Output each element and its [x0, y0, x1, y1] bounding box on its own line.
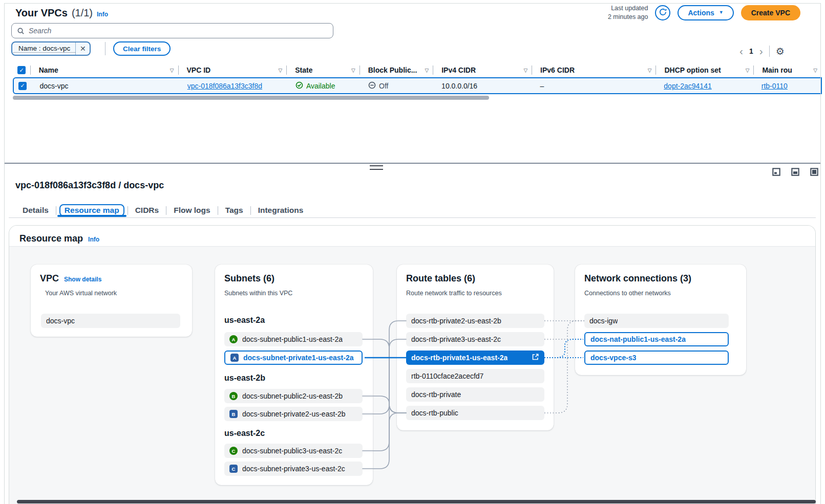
sort-icon[interactable]: ▽ [425, 68, 429, 73]
network-connection-label: docs-nat-public1-us-east-2a [590, 335, 686, 343]
tab-cidrs[interactable]: CIDRs [128, 205, 166, 216]
tab-flow-logs[interactable]: Flow logs [166, 205, 217, 216]
state-text: Available [306, 82, 335, 90]
subnets-card-subtitle: Subnets within this VPC [224, 290, 292, 297]
tab-tags[interactable]: Tags [218, 205, 250, 216]
next-page-button[interactable]: › [759, 46, 763, 56]
network-connection-item[interactable]: docs-igw [584, 314, 729, 328]
route-table-item[interactable]: docs-rtb-public [406, 406, 544, 420]
column-header-label: DHCP option set [656, 66, 721, 74]
resource-map-header [9, 226, 815, 247]
active-tab-underline [57, 215, 126, 217]
clear-filters-label: Clear filters [123, 45, 161, 53]
cell-ipv6-cidr: – [532, 78, 656, 93]
column-header-name[interactable]: Name▽ [31, 62, 179, 78]
subnet-item-label: docs-subnet-public2-us-east-2b [242, 392, 343, 400]
sort-icon[interactable]: ▽ [351, 68, 355, 73]
subnet-item[interactable]: Cdocs-subnet-public3-us-east-2c [224, 444, 363, 458]
refresh-button[interactable] [655, 5, 670, 20]
sort-icon[interactable]: ▽ [279, 68, 283, 73]
column-header-state[interactable]: State▽ [287, 62, 359, 78]
sort-icon[interactable]: ▽ [813, 68, 817, 73]
vpc-id-wrap: vpc-018f086a13f3c3f8d [179, 82, 262, 90]
actions-button[interactable]: Actions ▼ [678, 5, 733, 20]
network-connection-item[interactable]: docs-vpce-s3 [584, 350, 729, 365]
block-public-text: Off [379, 82, 388, 90]
caret-down-icon: ▼ [719, 10, 724, 15]
route-table-item[interactable]: rtb-0110cface2acecfd7 [406, 369, 544, 383]
network-connection-label: docs-vpce-s3 [590, 354, 636, 362]
panel-bottom-half-icon[interactable] [791, 168, 799, 176]
split-panel-drag-handle[interactable] [370, 165, 383, 170]
filter-token[interactable]: Name : docs-vpc ✕ [11, 41, 91, 56]
previous-page-button[interactable]: ‹ [739, 46, 743, 56]
route-table-item-label: docs-rtb-private1-us-east-2a [411, 354, 507, 362]
resource-map-info-link[interactable]: Info [88, 236, 99, 243]
external-link-icon[interactable] [532, 353, 539, 362]
route-table-item-label: docs-rtb-public [411, 409, 458, 417]
search-input[interactable] [29, 27, 333, 35]
column-header-ipv4-cidr[interactable]: IPv4 CIDR▽ [433, 62, 532, 78]
route-tables-title-text: Route tables (6) [406, 273, 475, 284]
table-horizontal-scrollbar[interactable] [13, 96, 489, 100]
network-connections-card-title: Network connections (3) [584, 273, 691, 284]
main-route-wrap: rtb-0110 [753, 82, 788, 90]
column-header-block-public[interactable]: Block Public...▽ [360, 62, 433, 78]
select-all-cell: ✓ [13, 62, 31, 78]
horizontal-scrollbar[interactable] [17, 500, 816, 503]
resource-map-title: Resource map [19, 233, 83, 244]
info-link[interactable]: Info [97, 11, 108, 18]
gear-icon[interactable]: ⚙ [776, 47, 785, 56]
subnets-title-text: Subnets (6) [224, 273, 274, 284]
network-connection-item[interactable]: docs-nat-public1-us-east-2a [584, 332, 729, 346]
column-header-ipv6-cidr[interactable]: IPv6 CIDR▽ [532, 62, 656, 78]
subnet-item[interactable]: Adocs-subnet-public1-us-east-2a [224, 332, 363, 346]
page-title: Your VPCs [15, 7, 68, 19]
route-table-item[interactable]: docs-rtb-private [406, 387, 544, 402]
route-table-item[interactable]: docs-rtb-private3-us-east-2c [406, 332, 544, 346]
vpc-id-link[interactable]: vpc-018f086a13f3c3f8d [187, 82, 262, 90]
resource-map-title-row: Resource map Info [19, 233, 99, 244]
vpc-item[interactable]: docs-vpc [41, 314, 180, 328]
row-checkbox[interactable]: ✓ [18, 82, 27, 90]
main-route-table-link[interactable]: rtb-0110 [761, 82, 788, 90]
panel-full-icon[interactable] [810, 168, 818, 176]
column-header-label: State [287, 66, 312, 74]
tab-details[interactable]: Details [15, 205, 56, 216]
column-header-main-rou[interactable]: Main rou▽ [754, 62, 822, 78]
cell-name: docs-vpc [32, 78, 179, 93]
route-table-item[interactable]: docs-rtb-private2-us-east-2b [406, 314, 544, 328]
page-number: 1 [749, 47, 753, 55]
detail-panel-title: vpc-018f086a13f3c3f8d / docs-vpc [15, 180, 164, 191]
public-subnet-badge: C [229, 447, 238, 455]
tab-integrations[interactable]: Integrations [251, 205, 311, 216]
subnet-item[interactable]: Adocs-subnet-private1-us-east-2a [224, 350, 363, 365]
panel-bottom-small-icon[interactable] [772, 168, 780, 176]
subnet-item[interactable]: Bdocs-subnet-public2-us-east-2b [224, 389, 363, 403]
subnet-item-label: docs-subnet-public1-us-east-2a [242, 335, 343, 343]
filter-token-close-icon[interactable]: ✕ [75, 42, 90, 55]
create-vpc-button[interactable]: Create VPC [741, 5, 800, 20]
refresh-icon [659, 8, 667, 18]
route-table-item[interactable]: docs-rtb-private1-us-east-2a [406, 350, 544, 365]
clear-filters-button[interactable]: Clear filters [113, 41, 171, 56]
table-row[interactable]: ✓docs-vpcvpc-018f086a13f3c3f8dAvailableO… [13, 77, 822, 94]
sort-icon[interactable]: ▽ [170, 68, 174, 73]
page-header: Your VPCs (1/1) Info [15, 7, 108, 19]
vpc-show-details-link[interactable]: Show details [64, 276, 101, 283]
select-all-checkbox[interactable]: ✓ [17, 66, 26, 74]
dhcp-option-set-link[interactable]: dopt-2ac94141 [664, 82, 711, 90]
route-table-item-label: rtb-0110cface2acecfd7 [411, 372, 483, 380]
public-subnet-badge: A [229, 335, 238, 343]
network-connections-card-subtitle: Connections to other networks [584, 290, 671, 297]
sort-icon[interactable]: ▽ [746, 68, 750, 73]
column-header-dhcp-option-set[interactable]: DHCP option set▽ [656, 62, 754, 78]
route-tables-card-subtitle: Route network traffic to resources [406, 290, 502, 297]
row-select-cell: ✓ [14, 78, 32, 93]
subnet-item[interactable]: Cdocs-subnet-private3-us-east-2c [224, 462, 363, 476]
cell-dhcp: dopt-2ac94141 [655, 78, 753, 93]
subnet-item[interactable]: Bdocs-subnet-private2-us-east-2b [224, 407, 363, 421]
sort-icon[interactable]: ▽ [523, 68, 527, 73]
column-header-vpc-id[interactable]: VPC ID▽ [179, 62, 287, 78]
sort-icon[interactable]: ▽ [648, 68, 652, 73]
